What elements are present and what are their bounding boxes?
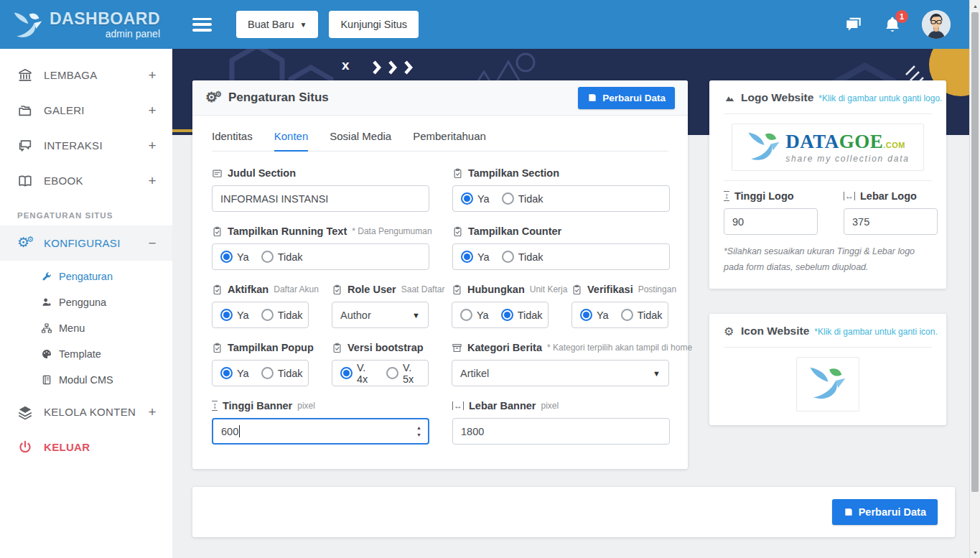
tinggi-banner-input[interactable]: 600 ▲▼ [212, 418, 429, 445]
kategori-berita-select[interactable]: Artikel ▼ [452, 360, 669, 386]
sidebar-item-label: EBOOK [44, 175, 83, 187]
tampilkan-popup-radio-group: YaTidak [212, 360, 309, 386]
sidebar: .bw1{fill:#bfe0f2}.bw2{fill:#e9f5fc} DAS… [0, 0, 172, 558]
folder-icon [17, 103, 33, 118]
radio-option-ya[interactable]: Ya [220, 251, 249, 263]
radio-option-ya[interactable]: Ya [461, 192, 490, 205]
radio-option-tidak[interactable]: Tidak [261, 309, 303, 321]
field-sublabel: Daftar Akun [274, 284, 319, 294]
lebar-logo-input[interactable] [844, 208, 938, 235]
footer-action-bar: Perbarui Data [192, 487, 955, 537]
scroll-down-arrow[interactable]: ▼ [970, 547, 980, 558]
radio-icon [502, 192, 514, 205]
sidebar-item-label: LEMBAGA [44, 69, 98, 81]
radio-option-tidak[interactable]: Tidak [261, 251, 303, 263]
radio-option-tidak[interactable]: Tidak [502, 251, 543, 263]
clipboard-check-icon [452, 226, 463, 237]
icon-website-card: ⚙ Icon Website *Klik di gambar untuk gan… [709, 314, 946, 425]
role-user-select[interactable]: Author ▼ [332, 302, 429, 328]
logo-size-footnote: *Silahkan sesuaikan ukuran Tinggi & Leba… [724, 244, 932, 276]
app-logo[interactable]: .bw1{fill:#bfe0f2}.bw2{fill:#e9f5fc} DAS… [0, 0, 172, 49]
clipboard-check-icon [332, 343, 342, 353]
radio-option-v-4x[interactable]: V. 4x [340, 362, 374, 385]
field-sublabel: Saat Daftar [401, 284, 445, 294]
perbarui-data-button[interactable]: Perbarui Data [578, 87, 675, 109]
radio-option-ya[interactable]: Ya [580, 309, 609, 321]
tab-sosial-media[interactable]: Sosial Media [330, 130, 391, 151]
perbarui-data-footer-button[interactable]: Perbarui Data [832, 499, 938, 525]
radio-option-label: Ya [477, 310, 489, 321]
radio-option-tidak[interactable]: Tidak [501, 309, 543, 321]
radio-option-tidak[interactable]: Tidak [261, 367, 303, 379]
save-icon [587, 93, 597, 103]
expand-plus-icon[interactable]: + [149, 404, 157, 420]
field-sublabel: pixel [297, 401, 315, 411]
kategori-berita-value: Artikel [460, 368, 489, 379]
submenu-item-label: Pengaturan [59, 271, 113, 282]
brand-bird-icon: .bw1{fill:#bfe0f2}.bw2{fill:#e9f5fc} [12, 11, 44, 40]
buat-baru-button[interactable]: Buat Baru ▼ [236, 11, 318, 38]
lebar-banner-input[interactable] [452, 418, 670, 445]
scrollbar-thumb[interactable] [971, 12, 979, 492]
radio-option-ya[interactable]: Ya [220, 309, 249, 321]
logo-word-data: DATA [785, 131, 839, 152]
submenu-item-pengaturan[interactable]: Pengaturan [0, 264, 172, 289]
radio-option-label: Ya [597, 310, 609, 321]
perbarui-data-label: Perbarui Data [602, 93, 666, 103]
radio-option-label: Tidak [518, 193, 543, 205]
archive-icon [452, 343, 462, 353]
sidebar-item-kelola-konten[interactable]: KELOLA KONTEN + [0, 394, 172, 429]
radio-option-ya[interactable]: Ya [220, 367, 249, 379]
field-label: Judul Section [228, 167, 296, 179]
kunjungi-situs-label: Kunjungi Situs [340, 19, 407, 30]
submenu-item-modul-cms[interactable]: Modul CMS [0, 367, 172, 393]
sidebar-item-galeri[interactable]: GALERI + [0, 93, 172, 128]
sidebar-item-lembaga[interactable]: LEMBAGA + [0, 57, 172, 93]
tab-konten[interactable]: Konten [274, 130, 309, 152]
sidebar-item-konfigurasi[interactable]: ⚙⚙ KONFIGURASI − [0, 225, 172, 261]
hamburger-menu-icon[interactable] [192, 18, 212, 32]
radio-option-tidak[interactable]: Tidak [621, 309, 663, 321]
messages-icon[interactable] [844, 15, 863, 34]
page-scrollbar[interactable]: ▲ ▼ [969, 0, 980, 558]
expand-plus-icon[interactable]: + [149, 103, 157, 118]
radio-option-ya[interactable]: Ya [461, 251, 490, 263]
judul-section-input[interactable] [212, 185, 429, 212]
card-text-icon [212, 168, 223, 179]
sidebar-item-interaksi[interactable]: INTERAKSI + [0, 128, 172, 163]
scroll-up-arrow[interactable]: ▲ [970, 0, 980, 11]
tab-pemberitahuan[interactable]: Pemberitahuan [413, 130, 486, 151]
tab-identitas[interactable]: Identitas [212, 130, 253, 151]
konfigurasi-submenu: Pengaturan Pengguna Menu Template Modul … [0, 261, 172, 394]
radio-option-v-5x[interactable]: V. 5x [386, 362, 420, 385]
website-logo-image[interactable]: DATAGOE.COM share my collection data [732, 124, 924, 171]
sidebar-item-keluar[interactable]: KELUAR [0, 429, 172, 465]
kunjungi-situs-button[interactable]: Kunjungi Situs [329, 11, 419, 38]
website-icon-image[interactable] [796, 357, 859, 411]
aktifkan-radio-group: YaTidak [212, 302, 309, 328]
expand-plus-icon[interactable]: + [149, 173, 157, 189]
user-avatar[interactable] [922, 10, 951, 39]
submenu-item-pengguna[interactable]: Pengguna [0, 289, 172, 315]
submenu-item-template[interactable]: Template [0, 341, 172, 367]
tinggi-logo-input[interactable] [724, 208, 818, 235]
number-spinner[interactable]: ▲▼ [416, 419, 421, 443]
expand-plus-icon[interactable]: + [149, 68, 157, 83]
field-sublabel: Postingan [638, 284, 676, 294]
expand-plus-icon[interactable]: + [149, 138, 157, 154]
field-label: Versi bootstrap [347, 342, 424, 353]
field-label: Tampilkan Popup [228, 342, 314, 353]
notifications-bell-icon[interactable]: 1 [883, 15, 902, 34]
clipboard-check-icon [452, 284, 462, 295]
collapse-minus-icon[interactable]: − [149, 236, 157, 251]
logo-card-hint: *Klik di gambar untuk ganti logo. [818, 93, 942, 103]
radio-option-ya[interactable]: Ya [460, 309, 489, 321]
logo-website-card: Logo Website *Klik di gambar untuk ganti… [709, 80, 946, 289]
logo-word-goe: GOE [839, 131, 884, 152]
submenu-item-menu[interactable]: Menu [0, 315, 172, 341]
clipboard-check-icon [212, 226, 223, 237]
sidebar-item-ebook[interactable]: EBOOK + [0, 163, 172, 198]
radio-option-tidak[interactable]: Tidak [502, 192, 543, 205]
radio-icon [261, 367, 274, 379]
field-sublabel: Unit Kerja [530, 284, 568, 294]
